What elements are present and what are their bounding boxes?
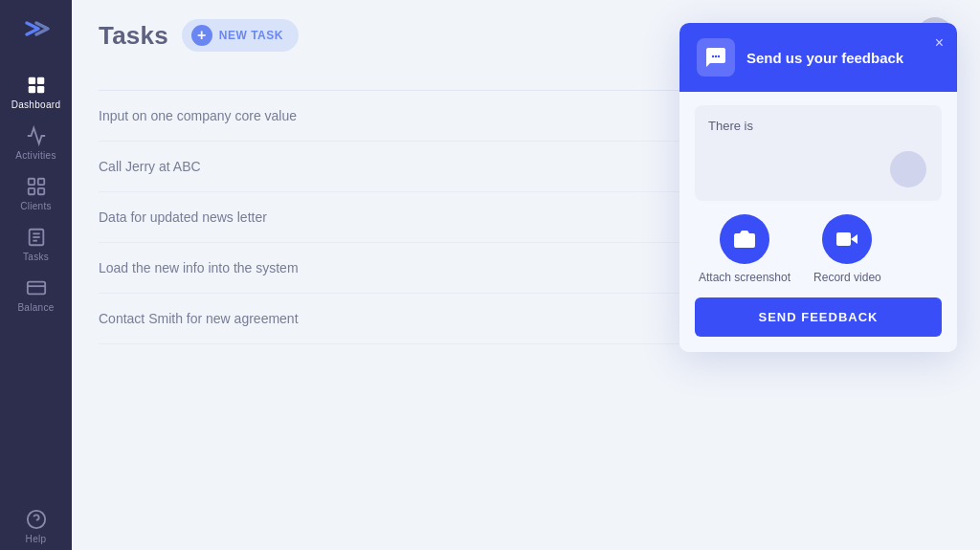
feedback-title: Send us your feedback [746,50,940,66]
sidebar-item-activities[interactable]: Activities [0,116,72,166]
svg-marker-25 [851,234,858,244]
send-feedback-button[interactable]: SEND FEEDBACK [695,297,942,337]
app-logo [17,10,56,48]
svg-rect-6 [28,188,33,194]
sidebar-item-label: Balance [17,302,54,313]
svg-rect-4 [28,179,33,185]
svg-rect-5 [37,179,43,185]
svg-rect-12 [27,282,44,295]
sidebar-item-help[interactable]: Help [0,499,72,550]
camera-icon [720,214,769,264]
svg-rect-3 [36,86,43,93]
sidebar-item-balance[interactable]: Balance [0,268,72,319]
sidebar-item-label: Tasks [23,252,49,262]
feedback-header: Send us your feedback × [679,23,957,92]
feedback-panel: Send us your feedback × There is Attach … [679,23,957,352]
svg-rect-7 [37,188,43,194]
sidebar-item-label: Activities [15,150,56,161]
feedback-actions: Attach screenshot Record video [695,214,942,284]
svg-rect-2 [28,86,34,93]
attach-screenshot-label: Attach screenshot [699,271,791,284]
svg-point-22 [715,55,717,57]
svg-point-23 [718,55,720,57]
sidebar-item-label: Help [26,534,47,544]
attach-screenshot-button[interactable]: Attach screenshot [699,214,791,284]
feedback-circle-decoration [890,151,926,187]
feedback-body: There is Attach screenshot Record video [679,92,957,352]
feedback-close-button[interactable]: × [935,34,944,52]
svg-point-24 [741,236,748,244]
svg-point-21 [712,55,714,57]
sidebar-item-label: Dashboard [11,99,61,110]
feedback-text: There is [708,119,753,133]
feedback-header-icon [697,38,735,77]
record-video-label: Record video [813,271,881,284]
record-video-button[interactable]: Record video [813,214,881,284]
sidebar-item-tasks[interactable]: Tasks [0,217,72,268]
svg-rect-0 [28,77,34,84]
video-icon [822,214,872,264]
svg-rect-1 [36,77,43,84]
sidebar-item-clients[interactable]: Clients [0,166,72,217]
sidebar-item-label: Clients [20,201,52,211]
svg-rect-26 [836,232,851,246]
sidebar-item-dashboard[interactable]: Dashboard [0,65,72,116]
feedback-textarea[interactable]: There is [695,105,942,201]
main-content: Tasks + NEW TASK OWNER [72,0,980,550]
sidebar: Dashboard Activities Clients Tasks Balan… [0,0,72,550]
